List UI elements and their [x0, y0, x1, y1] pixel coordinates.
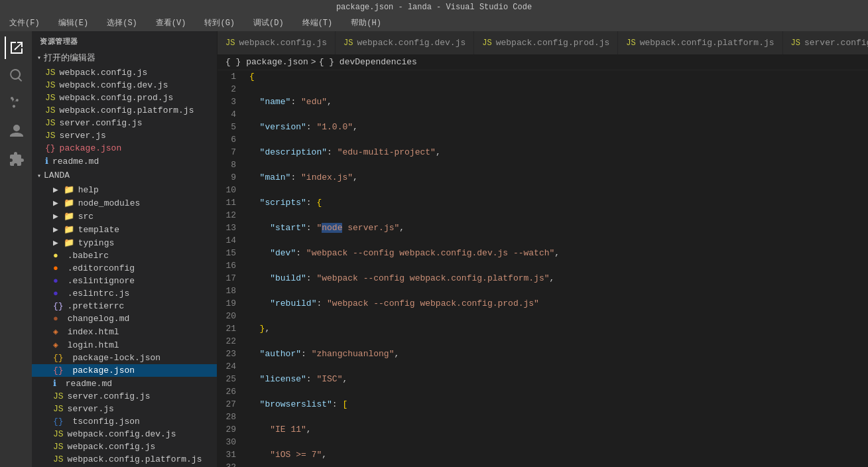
file-login-html[interactable]: ◈ login.html — [32, 338, 217, 352]
source-control-icon[interactable] — [5, 92, 27, 115]
file-tsconfig[interactable]: {} tsconfig.json — [32, 415, 217, 428]
breadcrumb-section: { } devDependencies — [319, 57, 417, 67]
menu-debug[interactable]: 调试(D) — [249, 16, 288, 30]
file-prettierrc[interactable]: {} .prettierrc — [32, 300, 217, 312]
tab-js-icon: JS — [482, 38, 491, 48]
search-activity-icon[interactable] — [5, 64, 27, 87]
open-file-name: webpack.config.prod.js — [60, 93, 174, 103]
open-file-name: package.json — [60, 143, 122, 153]
tab-js-icon: JS — [225, 38, 235, 48]
json-file-icon: {} — [45, 143, 56, 153]
open-file-name: webpack.config.platform.js — [60, 105, 194, 115]
title-bar: package.json - landa - Visual Studio Cod… — [0, 0, 868, 15]
open-file-webpack-dev[interactable]: JS webpack.config.dev.js — [32, 79, 217, 92]
file-webpack-platform[interactable]: JS webpack.config.platform.js — [32, 453, 217, 466]
ts-icon: {} — [53, 417, 64, 427]
file-server[interactable]: JS server.js — [32, 403, 217, 415]
tab-webpack-config[interactable]: JS webpack.config.js — [217, 31, 336, 54]
open-editors-header[interactable]: ▾ 打开的编辑器 — [32, 49, 217, 66]
js-file-icon: JS — [45, 93, 56, 103]
eslint-icon: ● — [53, 289, 58, 299]
tab-label: webpack.config.dev.js — [357, 38, 465, 48]
babel-icon: ● — [53, 251, 58, 261]
editor-area: JS webpack.config.js JS webpack.config.d… — [217, 31, 868, 467]
folder-icon: 📁 — [64, 198, 74, 208]
folder-node-modules[interactable]: ▶ 📁 node_modules — [32, 196, 217, 210]
open-file-webpack-platform[interactable]: JS webpack.config.platform.js — [32, 104, 217, 117]
folder-template[interactable]: ▶ 📁 template — [32, 223, 217, 236]
open-file-webpack-prod[interactable]: JS webpack.config.prod.js — [32, 92, 217, 104]
tab-server-config[interactable]: JS server.config.js — [783, 31, 868, 54]
file-eslintignore[interactable]: ● .eslintignore — [32, 275, 217, 287]
open-editors-arrow: ▾ — [37, 54, 41, 62]
js-icon: JS — [53, 404, 64, 414]
code-area[interactable]: 12345 678910 1112131415 1617181920 21222… — [217, 70, 868, 467]
tab-label: webpack.config.prod.js — [496, 38, 610, 48]
folder-icon: 📁 — [64, 184, 74, 195]
json-lock-icon: {} — [53, 353, 64, 363]
tab-webpack-dev[interactable]: JS webpack.config.dev.js — [336, 31, 474, 54]
folder-icon: 📁 — [64, 211, 74, 222]
folder-help[interactable]: ▶ 📁 help — [32, 183, 217, 196]
tab-label: server.config.js — [804, 38, 868, 48]
file-editorconfig[interactable]: ● .editorconfig — [32, 262, 217, 275]
menu-goto[interactable]: 转到(G) — [200, 16, 239, 30]
tabs-bar: JS webpack.config.js JS webpack.config.d… — [217, 31, 868, 54]
file-webpack-config[interactable]: JS webpack.config.js — [32, 440, 217, 453]
open-file-package-json[interactable]: {} package.json — [32, 142, 217, 155]
open-file-name: server.config.js — [60, 118, 143, 128]
tab-js-icon: JS — [626, 38, 635, 48]
breadcrumb-file: { } package.json — [225, 57, 308, 67]
file-readme[interactable]: ℹ readme.md — [32, 377, 217, 390]
open-file-server-config[interactable]: JS server.config.js — [32, 117, 217, 129]
landa-header[interactable]: ▾ LANDA — [32, 168, 217, 183]
breadcrumb-sep: > — [311, 57, 316, 67]
file-package-lock[interactable]: {} package-lock.json — [32, 352, 217, 364]
info-file-icon: ℹ — [45, 156, 48, 167]
file-server-config[interactable]: JS server.config.js — [32, 390, 217, 403]
js-icon: JS — [53, 454, 64, 464]
js-icon: JS — [53, 391, 64, 401]
menu-file[interactable]: 文件(F) — [5, 16, 44, 30]
file-package-json[interactable]: {} package.json — [32, 364, 217, 377]
editorconfig-icon: ● — [53, 263, 58, 273]
extensions-icon[interactable] — [5, 148, 27, 170]
menu-select[interactable]: 选择(S) — [103, 16, 141, 30]
main-container: 资源管理器 ▾ 打开的编辑器 JS webpack.config.js JS w… — [0, 31, 868, 467]
tab-webpack-prod[interactable]: JS webpack.config.prod.js — [474, 31, 618, 54]
js-file-icon: JS — [45, 131, 56, 141]
tab-webpack-platform[interactable]: JS webpack.config.platform.js — [618, 31, 782, 54]
menu-terminal[interactable]: 终端(T) — [298, 16, 337, 30]
landa-arrow: ▾ — [37, 172, 41, 180]
menu-view[interactable]: 查看(V) — [152, 16, 190, 30]
folder-typings[interactable]: ▶ 📁 typings — [32, 236, 217, 249]
open-file-name: webpack.config.dev.js — [60, 80, 168, 90]
file-changelog[interactable]: ● changelog.md — [32, 312, 217, 325]
file-babelrc[interactable]: ● .babelrc — [32, 249, 217, 262]
folder-icon: 📁 — [64, 237, 74, 248]
sidebar: 资源管理器 ▾ 打开的编辑器 JS webpack.config.js JS w… — [32, 31, 217, 467]
changelog-icon: ● — [53, 314, 58, 324]
eslint-icon: ● — [53, 276, 58, 286]
menu-edit[interactable]: 编辑(E) — [54, 16, 93, 30]
code-content[interactable]: { "name": "edu", "version": "1.0.0", "de… — [244, 70, 868, 467]
open-file-name: readme.md — [52, 157, 99, 167]
js-icon: JS — [53, 429, 64, 439]
folder-src[interactable]: ▶ 📁 src — [32, 210, 217, 223]
explorer-icon[interactable] — [5, 36, 27, 59]
open-file-server[interactable]: JS server.js — [32, 129, 217, 142]
menu-help[interactable]: 帮助(H) — [347, 16, 385, 30]
js-file-icon: JS — [45, 80, 56, 90]
js-file-icon: JS — [45, 118, 56, 128]
file-webpack-dev[interactable]: JS webpack.config.dev.js — [32, 428, 217, 440]
file-index-html[interactable]: ◈ index.html — [32, 325, 217, 338]
file-eslintrc[interactable]: ● .eslintrc.js — [32, 287, 217, 300]
open-file-name: webpack.config.js — [60, 68, 148, 78]
open-file-readme[interactable]: ℹ readme.md — [32, 155, 217, 168]
tab-label: webpack.config.platform.js — [640, 38, 775, 48]
debug-icon[interactable] — [5, 120, 27, 143]
html-icon: ◈ — [53, 326, 58, 337]
folder-icon: 📁 — [64, 224, 74, 235]
open-file-webpack-config[interactable]: JS webpack.config.js — [32, 66, 217, 79]
title-text: package.json - landa - Visual Studio Cod… — [336, 3, 532, 12]
